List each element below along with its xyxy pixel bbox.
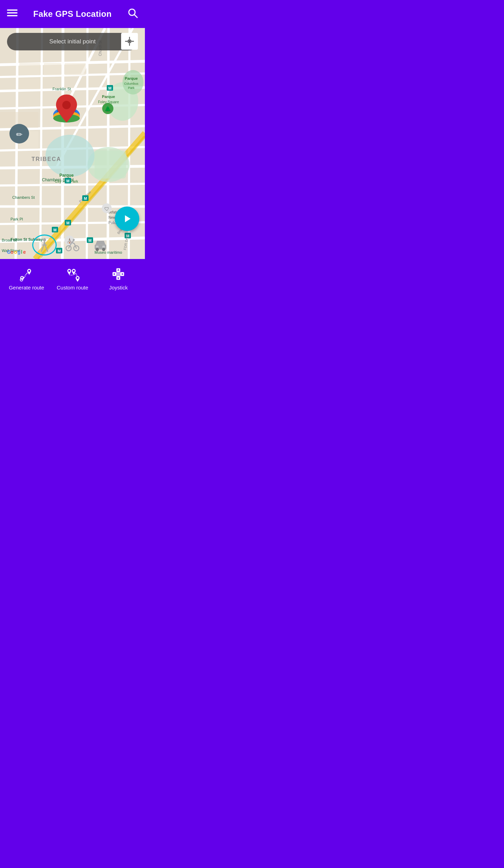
svg-text:Franklin St: Franklin St	[52, 87, 71, 91]
bottom-navigation: Generate route Custom route	[0, 259, 145, 298]
svg-text:M: M	[108, 86, 111, 90]
app-title: Fake GPS Location	[33, 9, 112, 19]
svg-rect-136	[117, 272, 120, 276]
svg-point-119	[96, 248, 99, 251]
svg-point-131	[77, 277, 79, 279]
svg-text:✏: ✏	[16, 130, 23, 139]
svg-rect-30	[94, 150, 126, 178]
svg-point-103	[128, 40, 131, 42]
svg-rect-2	[7, 15, 18, 16]
play-button[interactable]	[115, 206, 139, 231]
svg-point-117	[73, 239, 75, 241]
menu-icon[interactable]	[7, 8, 18, 21]
svg-line-4	[134, 15, 137, 18]
search-icon[interactable]	[127, 8, 138, 21]
map-container[interactable]: Franklin St Canal St Canal St Chambers S…	[0, 28, 145, 259]
map-pin	[51, 91, 82, 127]
svg-text:Park Pl: Park Pl	[10, 217, 23, 221]
transport-mode-bar	[0, 234, 145, 255]
svg-text:Columbus: Columbus	[124, 82, 139, 85]
svg-rect-121	[96, 246, 98, 248]
svg-text:🛡: 🛡	[104, 206, 109, 212]
generate-route-icon	[19, 266, 34, 282]
svg-point-120	[102, 248, 105, 251]
app-header: Fake GPS Location	[0, 0, 145, 28]
bike-mode-button[interactable]	[60, 234, 85, 255]
generate-route-label: Generate route	[9, 285, 44, 290]
svg-point-126	[28, 270, 30, 272]
custom-route-label: Custom route	[57, 285, 88, 290]
svg-text:M: M	[84, 196, 87, 201]
svg-rect-122	[103, 246, 105, 248]
svg-text:TRIBECA: TRIBECA	[31, 156, 61, 162]
my-location-button[interactable]	[121, 33, 138, 50]
walk-mode-button[interactable]	[32, 234, 57, 255]
svg-text:Chambers St: Chambers St	[12, 195, 35, 200]
svg-text:Parque: Parque	[59, 173, 74, 178]
svg-text:Parque: Parque	[125, 76, 138, 80]
svg-rect-1	[7, 12, 18, 14]
svg-point-129	[68, 270, 70, 272]
svg-rect-35	[19, 79, 40, 89]
svg-point-114	[43, 238, 46, 241]
joystick-label: Joystick	[109, 285, 128, 290]
svg-text:🌲: 🌲	[104, 106, 111, 112]
svg-text:M: M	[66, 221, 69, 225]
custom-route-icon	[65, 266, 80, 282]
svg-text:Parque: Parque	[102, 94, 115, 99]
joystick-nav-item[interactable]: Joystick	[99, 266, 138, 290]
svg-marker-123	[125, 215, 131, 222]
car-mode-button[interactable]	[88, 234, 113, 255]
svg-rect-32	[19, 63, 40, 75]
svg-point-130	[73, 270, 75, 272]
svg-text:Park: Park	[128, 86, 135, 90]
svg-rect-34	[65, 63, 86, 75]
svg-rect-33	[44, 63, 61, 75]
custom-route-nav-item[interactable]: Custom route	[53, 266, 92, 290]
svg-point-31	[46, 135, 94, 177]
svg-text:M: M	[66, 179, 69, 183]
search-placeholder: Select initial point	[14, 38, 131, 45]
joystick-icon	[111, 266, 126, 282]
search-bar[interactable]: Select initial point	[7, 33, 138, 50]
svg-line-17	[16, 28, 18, 259]
svg-text:M: M	[53, 228, 56, 232]
generate-route-nav-item[interactable]: Generate route	[7, 266, 46, 290]
svg-point-113	[62, 101, 71, 109]
svg-rect-0	[7, 9, 18, 11]
